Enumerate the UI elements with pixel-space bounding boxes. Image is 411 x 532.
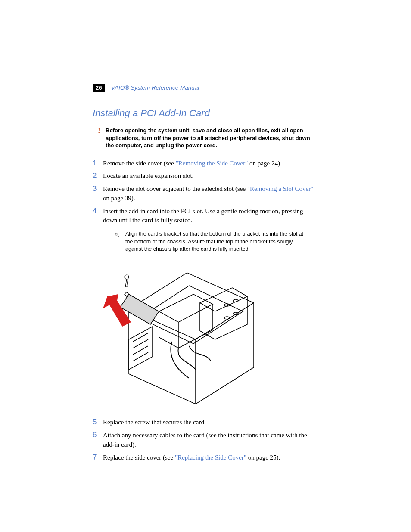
xref-link[interactable]: "Replacing the Side Cover": [175, 454, 246, 461]
step-text: Insert the add-in card into the PCI slot…: [103, 208, 303, 224]
step-number: 7: [93, 452, 97, 463]
step-5: 5 Replace the screw that secures the car…: [93, 418, 317, 427]
step-text: Replace the screw that secures the card.: [103, 419, 206, 426]
steps-list: 1 Remove the side cover (see "Removing t…: [93, 159, 317, 463]
warning-text: Before opening the system unit, save and…: [106, 127, 310, 149]
step-text: Attach any necessary cables to the card …: [103, 432, 307, 448]
note-text: Align the card's bracket so that the bot…: [125, 231, 303, 252]
step-1: 1 Remove the side cover (see "Removing t…: [93, 159, 317, 168]
warning-icon: !: [98, 125, 100, 136]
page-content: Installing a PCI Add-In Card ! Before op…: [93, 82, 317, 466]
step-text-post: on page 39).: [103, 195, 135, 202]
step-number: 5: [93, 417, 97, 428]
step-6: 6 Attach any necessary cables to the car…: [93, 431, 317, 450]
note-block: ✎ Align the card's bracket so that the b…: [116, 230, 305, 253]
svg-point-2: [224, 317, 230, 319]
svg-point-4: [125, 275, 129, 279]
step-text: Locate an available expansion slot.: [103, 172, 193, 179]
pencil-icon: ✎: [114, 230, 120, 240]
step-text: Replace the side cover (see: [103, 454, 175, 461]
step-number: 2: [93, 171, 97, 181]
step-number: 1: [93, 158, 97, 169]
warning-block: ! Before opening the system unit, save a…: [100, 127, 317, 149]
xref-link[interactable]: "Removing a Slot Cover": [247, 185, 314, 192]
step-text-post: on page 24).: [248, 160, 281, 167]
step-number: 6: [93, 430, 97, 441]
step-text: Remove the side cover (see: [103, 160, 176, 167]
step-text-post: on page 25).: [246, 454, 280, 461]
step-text: Remove the slot cover adjacent to the se…: [103, 185, 247, 192]
section-title: Installing a PCI Add-In Card: [93, 108, 317, 119]
step-2: 2 Locate an available expansion slot.: [93, 171, 317, 181]
step-7: 7 Replace the side cover (see "Replacing…: [93, 453, 317, 463]
step-4: 4 Insert the add-in card into the PCI sl…: [93, 207, 317, 415]
xref-link[interactable]: "Removing the Side Cover": [176, 160, 248, 167]
pci-install-diagram: [103, 262, 260, 404]
step-3: 3 Remove the slot cover adjacent to the …: [93, 184, 317, 203]
header-rule: [93, 81, 315, 81]
step-number: 4: [93, 206, 97, 217]
step-number: 3: [93, 184, 97, 194]
